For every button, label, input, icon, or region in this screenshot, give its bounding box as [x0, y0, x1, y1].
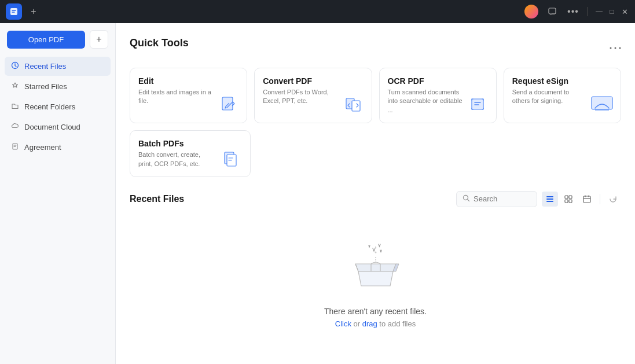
- tool-ocr-pdf[interactable]: OCR PDF Turn scanned documents into sear…: [379, 68, 497, 123]
- svg-point-4: [610, 47, 612, 49]
- empty-state-subtext: Click or drag to add files: [335, 319, 416, 328]
- svg-rect-16: [546, 196, 553, 197]
- main-layout: Open PDF + Recent Files Star: [0, 23, 635, 364]
- search-icon: [463, 194, 470, 204]
- cloud-icon: [10, 122, 20, 132]
- convert-icon: [342, 93, 365, 116]
- sidebar-add-button[interactable]: +: [90, 30, 108, 49]
- svg-rect-21: [565, 200, 568, 203]
- svg-rect-9: [352, 101, 360, 111]
- tool-batch-desc: Batch convert, create, print, OCR PDFs, …: [138, 150, 214, 168]
- tool-batch-pdfs[interactable]: Batch PDFs Batch convert, create, print,…: [130, 130, 251, 177]
- drag-link[interactable]: drag: [362, 319, 377, 328]
- titlebar-right: ••• — □ ✕: [524, 5, 629, 19]
- maximize-button[interactable]: □: [607, 7, 616, 16]
- chat-icon-button[interactable]: [545, 5, 559, 19]
- tool-edit-desc: Edit texts and images in a file.: [138, 88, 214, 106]
- svg-rect-10: [472, 99, 483, 109]
- recent-files-header: Recent Files: [130, 191, 621, 207]
- sidebar-item-starred-files[interactable]: Starred Files: [5, 77, 111, 96]
- tool-ocr-desc: Turn scanned documents into searchable o…: [388, 88, 463, 115]
- window-controls: — □ ✕: [594, 7, 629, 16]
- svg-rect-23: [583, 196, 590, 203]
- refresh-button[interactable]: [605, 191, 621, 207]
- new-tab-button[interactable]: +: [27, 5, 41, 19]
- sidebar-item-document-cloud[interactable]: Document Cloud: [5, 117, 111, 137]
- svg-rect-19: [565, 196, 568, 198]
- svg-rect-1: [549, 8, 556, 14]
- quick-tools-title: Quick Tools: [130, 37, 189, 49]
- batch-icon: [220, 146, 243, 170]
- empty-state: There aren't any recent files. Click or …: [130, 216, 621, 340]
- quick-tools-header: Quick Tools: [130, 37, 621, 58]
- svg-rect-20: [569, 196, 572, 198]
- tool-convert-title: Convert PDF: [263, 76, 363, 86]
- view-separator: [600, 194, 600, 204]
- svg-rect-18: [546, 201, 553, 202]
- document-icon: [10, 142, 20, 152]
- titlebar: + ••• — □ ✕: [0, 0, 635, 23]
- content-area: Quick Tools Edit Edit texts and images i…: [116, 23, 635, 364]
- sidebar-item-label: Agreement: [24, 143, 61, 152]
- esign-icon: [590, 93, 614, 116]
- svg-rect-17: [546, 198, 553, 200]
- sidebar-item-recent-files[interactable]: Recent Files: [5, 57, 111, 76]
- svg-rect-22: [569, 200, 572, 203]
- tool-esign-desc: Send a document to others for signing.: [512, 88, 588, 106]
- empty-state-text: There aren't any recent files.: [324, 307, 427, 316]
- tools-empty-space: [258, 130, 621, 177]
- sidebar-item-recent-folders[interactable]: Recent Folders: [5, 97, 111, 116]
- click-link[interactable]: Click: [335, 319, 351, 328]
- quick-tools-more-button[interactable]: [610, 47, 621, 49]
- more-options-button[interactable]: •••: [566, 5, 580, 19]
- svg-rect-11: [592, 97, 612, 109]
- sidebar-item-label: Starred Files: [24, 82, 67, 91]
- tools-grid-row2: Batch PDFs Batch convert, create, print,…: [130, 130, 621, 177]
- tool-edit[interactable]: Edit Edit texts and images in a file.: [130, 68, 247, 123]
- empty-state-icon: [341, 240, 410, 297]
- sidebar-item-agreement[interactable]: Agreement: [5, 138, 111, 157]
- sidebar-item-label: Document Cloud: [24, 123, 80, 131]
- tool-edit-title: Edit: [138, 76, 238, 86]
- sidebar-item-label: Recent Files: [24, 62, 66, 71]
- recent-files-title: Recent Files: [130, 194, 184, 204]
- titlebar-separator: [587, 7, 588, 16]
- star-icon: [10, 82, 20, 91]
- view-controls: [542, 191, 621, 207]
- empty-suffix: to add files: [377, 319, 416, 328]
- tools-grid-row1: Edit Edit texts and images in a file. Co…: [130, 68, 621, 123]
- sidebar: Open PDF + Recent Files Star: [0, 23, 116, 364]
- sidebar-item-label: Recent Folders: [24, 102, 75, 111]
- folder-icon: [10, 102, 20, 112]
- tool-ocr-title: OCR PDF: [388, 76, 488, 86]
- empty-sep: or: [351, 319, 362, 328]
- tool-convert-pdf[interactable]: Convert PDF Convert PDFs to Word, Excel,…: [254, 68, 372, 123]
- edit-icon: [216, 93, 240, 116]
- minimize-button[interactable]: —: [594, 7, 604, 16]
- svg-point-24: [375, 251, 376, 253]
- search-box: [456, 191, 537, 207]
- svg-point-5: [615, 47, 616, 49]
- grid-view-button[interactable]: [560, 192, 577, 207]
- sidebar-top: Open PDF +: [0, 30, 115, 56]
- close-button[interactable]: ✕: [620, 7, 629, 16]
- clock-icon: [10, 61, 20, 71]
- open-pdf-button[interactable]: Open PDF: [7, 31, 85, 49]
- svg-point-6: [619, 47, 621, 49]
- sidebar-nav: Recent Files Starred Files Recent Folder…: [0, 57, 115, 157]
- search-input[interactable]: [474, 194, 531, 203]
- ocr-icon: [466, 93, 489, 116]
- svg-rect-0: [10, 8, 17, 15]
- calendar-view-button[interactable]: [579, 192, 595, 207]
- tool-esign-title: Request eSign: [512, 76, 612, 86]
- tool-request-esign[interactable]: Request eSign Send a document to others …: [504, 68, 621, 123]
- user-avatar[interactable]: [524, 5, 538, 19]
- titlebar-left: +: [6, 3, 41, 20]
- app-icon: [6, 3, 22, 20]
- list-view-button[interactable]: [542, 192, 558, 207]
- recent-files-controls: [456, 191, 621, 207]
- tool-convert-desc: Convert PDFs to Word, Excel, PPT, etc.: [263, 88, 338, 106]
